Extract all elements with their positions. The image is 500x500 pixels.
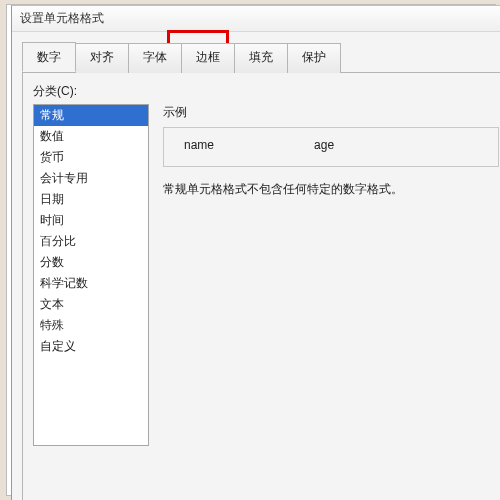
tab-font[interactable]: 字体 bbox=[128, 43, 182, 73]
tab-fill[interactable]: 填充 bbox=[234, 43, 288, 73]
list-item[interactable]: 特殊 bbox=[34, 315, 148, 336]
window-title: 设置单元格格式 bbox=[20, 10, 104, 27]
sample-box: name age bbox=[163, 127, 499, 167]
tab-border[interactable]: 边框 bbox=[181, 43, 235, 73]
tab-number[interactable]: 数字 bbox=[22, 42, 76, 72]
list-item[interactable]: 分数 bbox=[34, 252, 148, 273]
list-item[interactable]: 数值 bbox=[34, 126, 148, 147]
list-item[interactable]: 常规 bbox=[34, 105, 148, 126]
outer-frame: 设置单元格格式 数字 对齐 字体 边框 填充 保护 分类(C): 常规 数值 货… bbox=[6, 4, 496, 496]
list-item[interactable]: 日期 bbox=[34, 189, 148, 210]
list-item[interactable]: 百分比 bbox=[34, 231, 148, 252]
tab-alignment[interactable]: 对齐 bbox=[75, 43, 129, 73]
list-item[interactable]: 会计专用 bbox=[34, 168, 148, 189]
list-item[interactable]: 文本 bbox=[34, 294, 148, 315]
format-description: 常规单元格格式不包含任何特定的数字格式。 bbox=[163, 181, 499, 198]
sample-col-b: age bbox=[314, 138, 334, 152]
list-item[interactable]: 时间 bbox=[34, 210, 148, 231]
sample-col-a: name bbox=[184, 138, 214, 152]
category-label: 分类(C): bbox=[33, 83, 77, 100]
dialog-window: 设置单元格格式 数字 对齐 字体 边框 填充 保护 分类(C): 常规 数值 货… bbox=[11, 5, 500, 500]
dialog-content: 数字 对齐 字体 边框 填充 保护 分类(C): 常规 数值 货币 会计专用 日… bbox=[12, 32, 500, 500]
tabstrip: 数字 对齐 字体 边框 填充 保护 bbox=[22, 42, 500, 72]
right-pane: 示例 name age 常规单元格格式不包含任何特定的数字格式。 bbox=[163, 104, 499, 500]
category-listbox[interactable]: 常规 数值 货币 会计专用 日期 时间 百分比 分数 科学记数 文本 特殊 自定… bbox=[33, 104, 149, 446]
list-item[interactable]: 货币 bbox=[34, 147, 148, 168]
tab-protection[interactable]: 保护 bbox=[287, 43, 341, 73]
sample-label: 示例 bbox=[163, 104, 499, 121]
tab-panel: 分类(C): 常规 数值 货币 会计专用 日期 时间 百分比 分数 科学记数 文… bbox=[22, 72, 500, 500]
list-item[interactable]: 自定义 bbox=[34, 336, 148, 357]
list-item[interactable]: 科学记数 bbox=[34, 273, 148, 294]
panel-layout: 常规 数值 货币 会计专用 日期 时间 百分比 分数 科学记数 文本 特殊 自定… bbox=[33, 104, 499, 500]
titlebar: 设置单元格格式 bbox=[12, 6, 500, 32]
